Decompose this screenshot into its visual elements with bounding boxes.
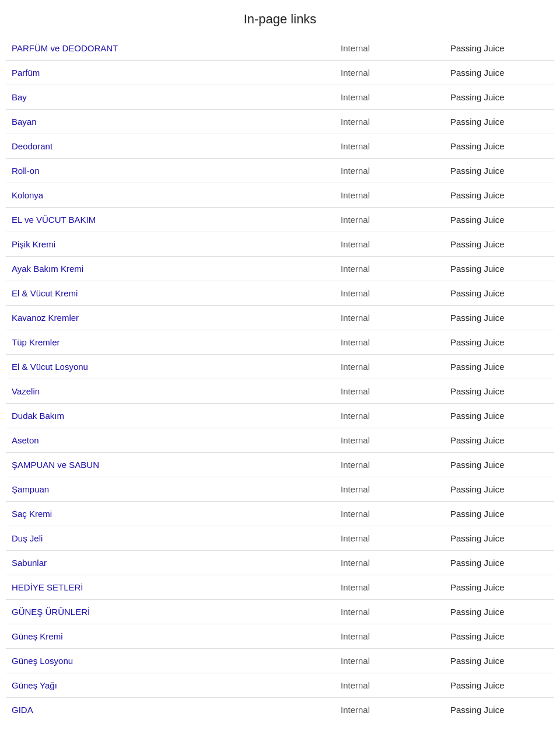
type-cell: Internal [335, 649, 444, 673]
link-cell[interactable]: Deodorant [6, 134, 335, 159]
type-cell: Internal [335, 453, 444, 477]
type-cell: Internal [335, 183, 444, 208]
type-cell: Internal [335, 85, 444, 110]
juice-cell: Passing Juice [444, 330, 554, 355]
link-cell[interactable]: El & Vücut Losyonu [6, 355, 335, 379]
link-cell[interactable]: Bay [6, 85, 335, 110]
table-row: El & Vücut LosyonuInternalPassing Juice [6, 355, 554, 379]
table-row: Duş JeliInternalPassing Juice [6, 526, 554, 551]
table-row: GÜNEŞ ÜRÜNLERİInternalPassing Juice [6, 600, 554, 624]
link-cell[interactable]: Dudak Bakım [6, 404, 335, 428]
table-row: Ayak Bakım KremiInternalPassing Juice [6, 257, 554, 281]
table-row: ŞAMPUAN ve SABUNInternalPassing Juice [6, 453, 554, 477]
page-wrapper: In-page links PARFÜM ve DEODORANTInterna… [0, 0, 560, 733]
type-cell: Internal [335, 355, 444, 379]
type-cell: Internal [335, 306, 444, 330]
type-cell: Internal [335, 134, 444, 159]
link-cell[interactable]: Güneş Yağı [6, 673, 335, 698]
juice-cell: Passing Juice [444, 379, 554, 404]
table-row: ParfümInternalPassing Juice [6, 61, 554, 85]
type-cell: Internal [335, 36, 444, 61]
link-cell[interactable]: Ayak Bakım Kremi [6, 257, 335, 281]
link-cell[interactable]: El & Vücut Kremi [6, 281, 335, 306]
table-row: BayanInternalPassing Juice [6, 110, 554, 134]
type-cell: Internal [335, 110, 444, 134]
table-row: Saç KremiInternalPassing Juice [6, 502, 554, 526]
juice-cell: Passing Juice [444, 306, 554, 330]
juice-cell: Passing Juice [444, 477, 554, 502]
link-cell[interactable]: Kolonya [6, 183, 335, 208]
type-cell: Internal [335, 330, 444, 355]
table-row: Roll-onInternalPassing Juice [6, 159, 554, 183]
link-cell[interactable]: Güneş Losyonu [6, 649, 335, 673]
link-cell[interactable]: ŞAMPUAN ve SABUN [6, 453, 335, 477]
juice-cell: Passing Juice [444, 208, 554, 232]
juice-cell: Passing Juice [444, 85, 554, 110]
table-row: DeodorantInternalPassing Juice [6, 134, 554, 159]
type-cell: Internal [335, 477, 444, 502]
link-cell[interactable]: Roll-on [6, 159, 335, 183]
link-cell[interactable]: Kavanoz Kremler [6, 306, 335, 330]
table-row: BayInternalPassing Juice [6, 85, 554, 110]
link-cell[interactable]: PARFÜM ve DEODORANT [6, 36, 335, 61]
link-cell[interactable]: GÜNEŞ ÜRÜNLERİ [6, 600, 335, 624]
juice-cell: Passing Juice [444, 673, 554, 698]
type-cell: Internal [335, 232, 444, 257]
link-cell[interactable]: Pişik Kremi [6, 232, 335, 257]
link-cell[interactable]: Tüp Kremler [6, 330, 335, 355]
link-cell[interactable]: Aseton [6, 428, 335, 453]
table-row: Güneş KremiInternalPassing Juice [6, 624, 554, 649]
link-cell[interactable]: Saç Kremi [6, 502, 335, 526]
table-row: KolonyaInternalPassing Juice [6, 183, 554, 208]
juice-cell: Passing Juice [444, 232, 554, 257]
type-cell: Internal [335, 624, 444, 649]
link-cell[interactable]: Şampuan [6, 477, 335, 502]
type-cell: Internal [335, 502, 444, 526]
table-row: EL ve VÜCUT BAKIMInternalPassing Juice [6, 208, 554, 232]
juice-cell: Passing Juice [444, 502, 554, 526]
juice-cell: Passing Juice [444, 110, 554, 134]
table-row: ŞampuanInternalPassing Juice [6, 477, 554, 502]
table-row: SabunlarInternalPassing Juice [6, 551, 554, 575]
juice-cell: Passing Juice [444, 61, 554, 85]
type-cell: Internal [335, 575, 444, 600]
link-cell[interactable]: Güneş Kremi [6, 624, 335, 649]
juice-cell: Passing Juice [444, 183, 554, 208]
type-cell: Internal [335, 600, 444, 624]
juice-cell: Passing Juice [444, 36, 554, 61]
juice-cell: Passing Juice [444, 355, 554, 379]
juice-cell: Passing Juice [444, 624, 554, 649]
juice-cell: Passing Juice [444, 453, 554, 477]
table-row: VazelinInternalPassing Juice [6, 379, 554, 404]
link-cell[interactable]: GIDA [6, 698, 335, 722]
link-cell[interactable]: Sabunlar [6, 551, 335, 575]
juice-cell: Passing Juice [444, 526, 554, 551]
link-cell[interactable]: Bayan [6, 110, 335, 134]
link-cell[interactable]: HEDİYE SETLERİ [6, 575, 335, 600]
type-cell: Internal [335, 281, 444, 306]
table-row: PARFÜM ve DEODORANTInternalPassing Juice [6, 36, 554, 61]
table-row: El & Vücut KremiInternalPassing Juice [6, 281, 554, 306]
type-cell: Internal [335, 428, 444, 453]
juice-cell: Passing Juice [444, 575, 554, 600]
link-cell[interactable]: Vazelin [6, 379, 335, 404]
type-cell: Internal [335, 551, 444, 575]
type-cell: Internal [335, 526, 444, 551]
link-cell[interactable]: Duş Jeli [6, 526, 335, 551]
table-row: Dudak BakımInternalPassing Juice [6, 404, 554, 428]
table-row: Güneş LosyonuInternalPassing Juice [6, 649, 554, 673]
table-row: HEDİYE SETLERİInternalPassing Juice [6, 575, 554, 600]
juice-cell: Passing Juice [444, 649, 554, 673]
link-cell[interactable]: EL ve VÜCUT BAKIM [6, 208, 335, 232]
table-row: GIDAInternalPassing Juice [6, 698, 554, 722]
juice-cell: Passing Juice [444, 600, 554, 624]
link-cell[interactable]: Parfüm [6, 61, 335, 85]
juice-cell: Passing Juice [444, 257, 554, 281]
juice-cell: Passing Juice [444, 159, 554, 183]
table-row: Tüp KremlerInternalPassing Juice [6, 330, 554, 355]
table-row: Pişik KremiInternalPassing Juice [6, 232, 554, 257]
table-row: Güneş YağıInternalPassing Juice [6, 673, 554, 698]
type-cell: Internal [335, 257, 444, 281]
type-cell: Internal [335, 673, 444, 698]
type-cell: Internal [335, 404, 444, 428]
